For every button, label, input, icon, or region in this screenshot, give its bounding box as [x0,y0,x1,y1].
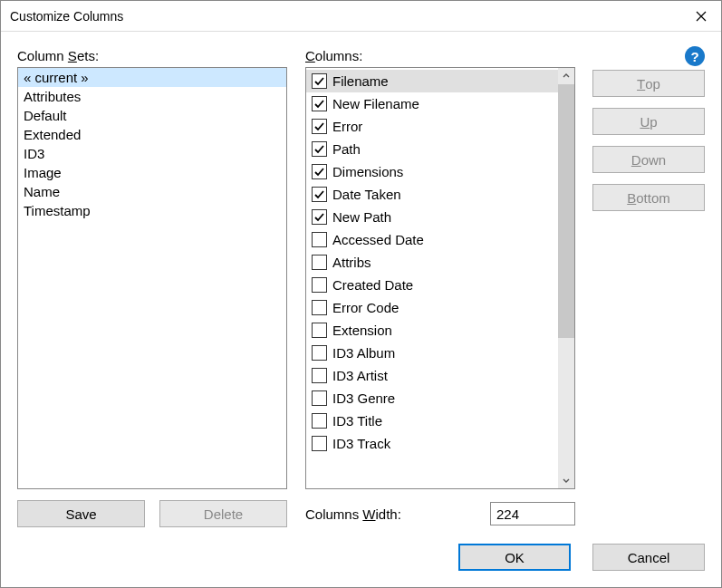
column-item[interactable]: Path [306,138,558,160]
columns-label: Columns: [305,48,575,63]
checkmark-icon [313,166,325,178]
column-checkbox[interactable] [312,413,327,429]
column-item-label: Error [332,119,362,134]
help-button[interactable]: ? [685,46,705,66]
columns-listbox[interactable]: FilenameNew FilenameErrorPathDimensionsD… [305,67,575,489]
checkmark-icon [313,98,325,110]
column-checkbox[interactable] [312,277,327,293]
bottom-button[interactable]: Bottom [592,184,705,211]
column-checkbox[interactable] [312,300,327,315]
close-button[interactable] [680,1,721,32]
column-set-item[interactable]: Attributes [18,87,286,106]
column-checkbox[interactable] [312,390,327,406]
columns-section: Columns: FilenameNew FilenameErrorPathDi… [305,48,575,489]
scroll-down-button[interactable] [558,472,574,488]
columns-width-input[interactable] [490,502,575,525]
column-item[interactable]: ID3 Genre [306,387,558,410]
titlebar: Customize Columns [1,1,721,32]
reorder-section: ? Top Up Down Bottom [593,48,705,489]
column-item-label: Date Taken [332,187,401,202]
scroll-thumb[interactable] [558,84,574,338]
up-button[interactable]: Up [592,108,705,135]
column-set-item[interactable]: Image [18,163,286,182]
column-item-label: Created Date [332,277,413,293]
column-item-label: New Filename [332,96,419,111]
columns-width-label: Columns Width: [305,506,479,522]
column-checkbox[interactable] [312,323,327,338]
column-checkbox[interactable] [312,255,327,270]
column-checkbox[interactable] [312,187,327,202]
column-item-label: Extension [332,323,392,338]
checkmark-icon [313,120,325,132]
column-item[interactable]: Date Taken [306,183,558,206]
column-checkbox[interactable] [312,436,327,451]
checkmark-icon [313,75,325,87]
column-item[interactable]: ID3 Artist [306,364,558,387]
column-item-label: ID3 Artist [332,368,388,383]
column-item[interactable]: Attribs [306,251,558,274]
column-checkbox[interactable] [312,164,327,179]
cancel-button[interactable]: Cancel [592,544,705,571]
column-item-label: Error Code [332,300,399,315]
column-item-label: ID3 Genre [332,390,395,406]
column-set-item[interactable]: Default [18,106,286,125]
column-item[interactable]: ID3 Album [306,342,558,364]
column-item[interactable]: Filename [306,70,558,92]
scroll-up-button[interactable] [558,68,574,84]
column-item[interactable]: ID3 Track [306,432,558,455]
column-checkbox[interactable] [312,96,327,111]
column-item[interactable]: Created Date [306,274,558,296]
main-row: Column Sets: « current »AttributesDefaul… [17,48,705,489]
save-button[interactable]: Save [17,500,145,527]
top-button[interactable]: Top [592,70,705,97]
column-item-label: ID3 Album [332,345,395,361]
checkmark-icon [313,188,325,200]
column-set-item[interactable]: Extended [18,125,286,144]
column-set-item[interactable]: Name [18,182,286,201]
column-item-label: Path [332,141,361,157]
column-item[interactable]: New Filename [306,92,558,115]
customize-columns-dialog: Customize Columns Column Sets: « current… [0,0,722,588]
column-checkbox[interactable] [312,141,327,157]
column-checkbox[interactable] [312,232,327,247]
column-item-label: Attribs [332,255,371,270]
column-item[interactable]: ID3 Title [306,410,558,432]
column-set-item[interactable]: ID3 [18,144,286,163]
scrollbar[interactable] [558,68,574,488]
dialog-body: Column Sets: « current »AttributesDefaul… [1,32,721,527]
column-sets-section: Column Sets: « current »AttributesDefaul… [17,48,287,489]
set-buttons-row: Save Delete [17,500,287,527]
column-sets-listbox[interactable]: « current »AttributesDefaultExtendedID3I… [17,67,287,489]
window-title: Customize Columns [10,9,123,24]
column-checkbox[interactable] [312,345,327,361]
close-icon [696,11,707,22]
column-item-label: New Path [332,209,391,225]
checkmark-icon [313,211,325,223]
column-checkbox[interactable] [312,209,327,225]
dialog-buttons-row: OK Cancel [1,527,721,587]
column-item[interactable]: Extension [306,319,558,342]
column-checkbox[interactable] [312,119,327,134]
column-checkbox[interactable] [312,73,327,89]
column-item-label: Dimensions [332,164,403,179]
checkmark-icon [313,143,325,155]
column-item[interactable]: Error [306,115,558,138]
column-sets-label: Column Sets: [17,48,287,63]
column-set-item[interactable]: « current » [18,68,286,87]
column-item[interactable]: New Path [306,206,558,228]
column-checkbox[interactable] [312,368,327,383]
column-item-label: ID3 Track [332,436,390,451]
chevron-up-icon [562,72,571,81]
down-button[interactable]: Down [592,146,705,173]
column-item[interactable]: Error Code [306,296,558,319]
column-set-item[interactable]: Timestamp [18,201,286,220]
chevron-down-icon [562,476,571,485]
ok-button[interactable]: OK [458,544,571,571]
column-item-label: Filename [332,73,389,89]
column-item[interactable]: Dimensions [306,160,558,183]
column-item-label: Accessed Date [332,232,424,247]
column-item[interactable]: Accessed Date [306,228,558,251]
column-item-label: ID3 Title [332,413,382,429]
delete-button[interactable]: Delete [159,500,287,527]
columns-width-row: Columns Width: [305,502,575,525]
